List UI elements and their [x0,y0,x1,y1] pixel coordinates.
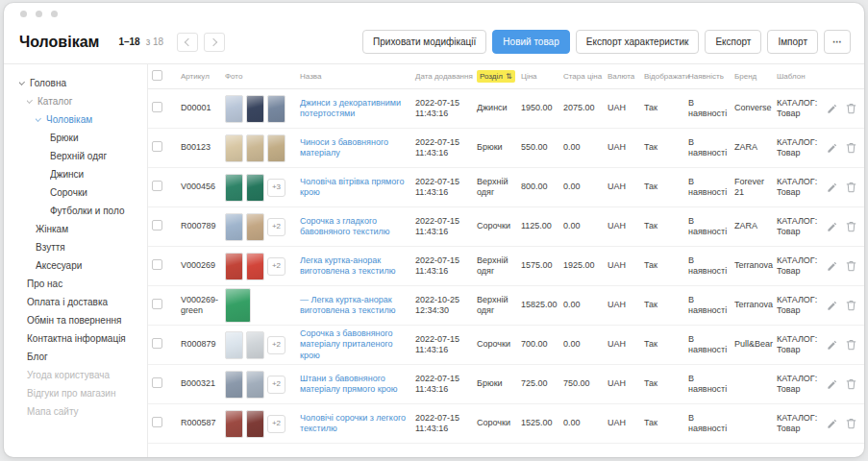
product-thumbnail[interactable] [225,95,243,123]
sidebar-item[interactable]: Мапа сайту [27,402,143,421]
sidebar-item[interactable]: Блог [27,348,143,366]
sidebar-item[interactable]: Головна [19,74,143,92]
column-header-photo[interactable]: Фото [225,72,300,81]
sort-arrows-icon[interactable]: ⇅ [506,72,512,81]
sidebar-item[interactable]: Каталог [27,92,143,110]
more-actions-button[interactable]: ⋯ [824,30,851,54]
edit-icon[interactable] [827,379,837,390]
product-thumbnail[interactable] [267,134,285,162]
new-product-button[interactable]: Новий товар [492,30,569,54]
column-header-template[interactable]: Шаблон [777,72,827,81]
select-all-checkbox[interactable] [152,70,162,81]
export-characteristics-button[interactable]: Експорт характеристик [576,30,700,54]
product-name-link[interactable]: Чиноси з бавовняного матеріалу [300,137,388,158]
product-thumbnail[interactable] [225,174,243,202]
prev-page-button[interactable] [177,33,198,52]
export-button[interactable]: Експорт [705,30,761,54]
product-thumbnail[interactable] [225,371,243,399]
product-thumbnail[interactable] [246,174,264,202]
row-checkbox[interactable] [152,181,162,191]
sidebar-item[interactable]: Жінкам [36,220,143,238]
more-photos-badge[interactable]: +2 [267,415,285,433]
column-header-price[interactable]: Ціна [521,72,563,81]
product-name-link[interactable]: Джинси з декоративними потертостями [300,98,401,118]
product-thumbnail[interactable] [225,134,243,162]
sidebar-item[interactable]: Відгуки про магазин [27,384,143,402]
column-header-article[interactable]: Артикул [181,72,225,81]
product-thumbnail[interactable] [246,213,264,241]
column-header-currency[interactable]: Валюта [608,72,644,81]
product-thumbnail[interactable] [246,134,264,162]
edit-icon[interactable] [827,182,837,193]
edit-icon[interactable] [827,301,837,311]
column-header-brand[interactable]: Бренд [734,72,777,81]
sidebar-item[interactable]: Брюки [50,129,143,147]
product-thumbnail[interactable] [267,95,285,123]
edit-icon[interactable] [827,419,837,429]
row-checkbox[interactable] [152,417,162,427]
import-button[interactable]: Імпорт [767,30,818,54]
product-name-link[interactable]: Чоловіча вітрівка прямого крою [300,177,404,197]
product-thumbnail[interactable] [225,331,243,359]
column-header-display[interactable]: Відображати [644,72,688,81]
trash-icon[interactable] [846,339,856,351]
trash-icon[interactable] [846,221,856,232]
more-photos-badge[interactable]: +2 [267,376,285,394]
sidebar-item[interactable]: Чоловікам [36,110,143,129]
column-header-section[interactable]: Розділ⇅ [477,70,521,83]
trash-icon[interactable] [846,378,856,390]
hide-modifications-button[interactable]: Приховати модифікації [362,30,486,54]
trash-icon[interactable] [846,142,856,154]
product-name-link[interactable]: Сорочка з гладкого бавовняного текстилю [300,216,390,236]
sidebar-item[interactable]: Футболки и поло [50,202,143,220]
sidebar-item[interactable]: Про нас [27,275,143,293]
window-control-dot[interactable] [20,11,27,17]
product-thumbnail[interactable] [225,213,243,241]
more-photos-badge[interactable]: +2 [267,336,285,354]
trash-icon[interactable] [846,300,856,311]
window-control-dot[interactable] [36,11,42,17]
product-name-link[interactable]: Чоловічі сорочки з легкого текстилю [300,413,406,433]
product-name-link[interactable]: Сорочка з бавовняного матеріалу притален… [300,328,393,360]
product-thumbnail[interactable] [246,371,264,399]
sidebar-item[interactable]: Верхній одяг [50,147,143,165]
product-thumbnail[interactable] [246,331,264,359]
column-header-name[interactable]: Назва [300,72,415,81]
edit-icon[interactable] [827,222,837,232]
sidebar-item[interactable]: Оплата і доставка [27,293,143,311]
product-name-link[interactable]: — Легка куртка-анорак виготовлена з текс… [300,295,395,315]
edit-icon[interactable] [827,340,837,351]
trash-icon[interactable] [846,182,856,193]
row-checkbox[interactable] [152,259,162,270]
sidebar-item[interactable]: Аксесуари [36,256,143,275]
column-header-date[interactable]: Дата додавання [415,72,477,81]
sidebar-item[interactable]: Джинси [50,165,143,183]
column-header-availability[interactable]: Наявність [688,72,734,81]
product-thumbnail[interactable] [246,253,264,280]
trash-icon[interactable] [846,260,856,272]
product-thumbnail[interactable] [225,288,251,323]
more-photos-badge[interactable]: +2 [267,218,285,236]
product-name-link[interactable]: Штани з бавовняного матеріалу прямого кр… [300,374,397,394]
sidebar-item[interactable]: Взуття [36,238,143,256]
product-thumbnail[interactable] [246,95,264,123]
trash-icon[interactable] [846,103,856,114]
trash-icon[interactable] [846,418,856,429]
edit-icon[interactable] [827,261,837,272]
more-photos-badge[interactable]: +3 [267,179,285,197]
product-thumbnail[interactable] [225,410,243,438]
row-checkbox[interactable] [152,338,162,349]
sidebar-item[interactable]: Сорочки [50,183,143,202]
product-thumbnail[interactable] [246,410,264,438]
row-checkbox[interactable] [152,377,162,388]
sidebar-item[interactable]: Угода користувача [27,366,143,384]
more-photos-badge[interactable]: +2 [267,257,285,276]
edit-icon[interactable] [827,104,837,114]
column-header-old_price[interactable]: Стара ціна [563,72,608,81]
row-checkbox[interactable] [152,220,162,230]
product-thumbnail[interactable] [225,253,243,280]
row-checkbox[interactable] [152,299,162,309]
sidebar-item[interactable]: Обмін та повернення [27,311,143,329]
row-checkbox[interactable] [152,141,162,152]
product-name-link[interactable]: Легка куртка-анорак виготовлена з тексти… [300,255,395,276]
